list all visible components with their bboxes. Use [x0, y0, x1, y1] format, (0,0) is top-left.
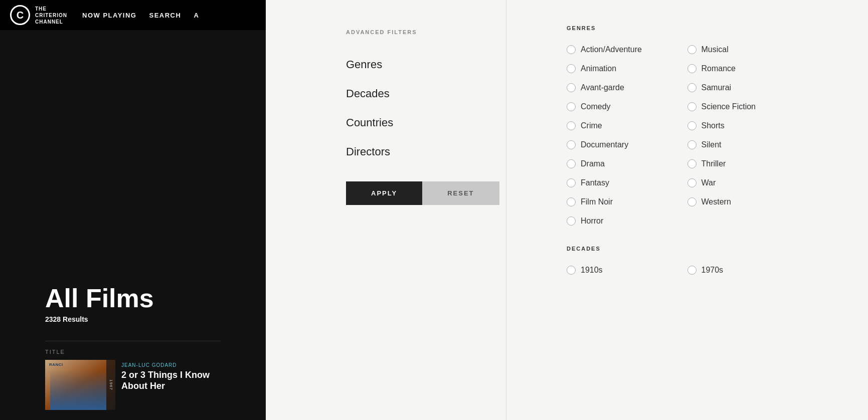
genres-left-column: Action/Adventure Animation Avant-garde	[567, 40, 687, 231]
logo-area[interactable]: C THECRITERIONCHANNEL	[10, 5, 67, 25]
results-label: Results	[63, 315, 88, 323]
filter-overlay: ADVANCED FILTERS Genres Decades Countrie…	[266, 0, 868, 420]
radio-samurai[interactable]	[687, 83, 697, 92]
divider	[45, 341, 221, 341]
radio-drama[interactable]	[567, 159, 576, 168]
genre-label-animation: Animation	[581, 64, 616, 73]
genre-label-romance: Romance	[702, 64, 736, 73]
genre-label-science-fiction: Science Fiction	[702, 102, 756, 111]
radio-1970s[interactable]	[687, 266, 697, 275]
genre-science-fiction[interactable]: Science Fiction	[687, 97, 808, 116]
apply-reset-row: APPLY RESET	[306, 171, 466, 215]
genre-comedy[interactable]: Comedy	[567, 97, 687, 116]
logo-icon: C	[10, 5, 30, 25]
filter-nav-decades[interactable]: Decades	[346, 79, 426, 108]
genres-section-label: GENRES	[567, 25, 808, 31]
filter-right-panel: GENRES Action/Adventure Animation	[506, 0, 868, 420]
radio-shorts[interactable]	[687, 121, 697, 130]
film-thumbnail: RANCI 1967	[45, 360, 115, 410]
genre-label-drama: Drama	[581, 159, 605, 168]
nav-now-playing[interactable]: NOW PLAYING	[82, 12, 136, 19]
radio-animation[interactable]	[567, 64, 576, 73]
genre-romance[interactable]: Romance	[687, 59, 808, 78]
genre-documentary[interactable]: Documentary	[567, 135, 687, 154]
film-director-thumb: RANCI	[49, 362, 63, 367]
radio-silent[interactable]	[687, 140, 697, 149]
radio-musical[interactable]	[687, 45, 697, 54]
genre-film-noir[interactable]: Film Noir	[567, 192, 687, 212]
radio-documentary[interactable]	[567, 140, 576, 149]
genre-label-silent: Silent	[702, 140, 722, 149]
genre-fantasy[interactable]: Fantasy	[567, 173, 687, 192]
radio-science-fiction[interactable]	[687, 102, 697, 111]
radio-1910s[interactable]	[567, 266, 576, 275]
genre-samurai[interactable]: Samurai	[687, 78, 808, 97]
genre-musical[interactable]: Musical	[687, 40, 808, 59]
nav-bar: C THECRITERIONCHANNEL NOW PLAYING SEARCH…	[0, 0, 266, 30]
decades-section-label: DECADES	[567, 246, 808, 252]
decade-1970s[interactable]: 1970s	[687, 261, 808, 280]
decade-label-1970s: 1970s	[702, 266, 724, 275]
radio-romance[interactable]	[687, 64, 697, 73]
page-wrapper: C THECRITERIONCHANNEL NOW PLAYING SEARCH…	[0, 0, 868, 420]
filters-header: ADVANCED FILTERS	[306, 15, 466, 45]
decades-right-col: 1970s	[687, 261, 808, 280]
filter-nav-directors[interactable]: Directors	[346, 137, 426, 166]
radio-crime[interactable]	[567, 121, 576, 130]
genre-silent[interactable]: Silent	[687, 135, 808, 154]
radio-horror[interactable]	[567, 217, 576, 226]
genre-action-adventure[interactable]: Action/Adventure	[567, 40, 687, 59]
film-year: 1967	[109, 379, 113, 390]
nav-links: NOW PLAYING SEARCH A	[82, 11, 199, 20]
genre-shorts[interactable]: Shorts	[687, 116, 808, 135]
nav-search[interactable]: SEARCH	[149, 12, 181, 19]
genre-label-action-adventure: Action/Adventure	[581, 45, 642, 54]
genres-grid: Action/Adventure Animation Avant-garde	[567, 40, 808, 231]
year-badge: 1967	[106, 360, 115, 410]
genre-label-fantasy: Fantasy	[581, 178, 609, 187]
filter-nav-countries[interactable]: Countries	[346, 108, 426, 137]
apply-button[interactable]: APPLY	[346, 181, 422, 205]
decade-1910s[interactable]: 1910s	[567, 261, 687, 280]
genre-label-western: Western	[702, 197, 731, 206]
genre-horror[interactable]: Horror	[567, 212, 687, 231]
genre-label-comedy: Comedy	[581, 102, 611, 111]
genre-avant-garde[interactable]: Avant-garde	[567, 78, 687, 97]
genre-label-avant-garde: Avant-garde	[581, 83, 624, 92]
genre-label-crime: Crime	[581, 121, 602, 130]
film-title: 2 or 3 Things I Know About Her	[121, 370, 221, 391]
app-name: THECRITERIONCHANNEL	[35, 6, 67, 25]
radio-avant-garde[interactable]	[567, 83, 576, 92]
genre-crime[interactable]: Crime	[567, 116, 687, 135]
radio-comedy[interactable]	[567, 102, 576, 111]
genre-animation[interactable]: Animation	[567, 59, 687, 78]
film-director-label: JEAN-LUC GODARD	[121, 362, 221, 368]
page-title: All Films	[45, 285, 221, 311]
radio-thriller[interactable]	[687, 159, 697, 168]
genre-thriller[interactable]: Thriller	[687, 154, 808, 173]
genre-drama[interactable]: Drama	[567, 154, 687, 173]
genre-label-musical: Musical	[702, 45, 729, 54]
genre-war[interactable]: War	[687, 173, 808, 192]
decades-grid: 1910s 1970s	[567, 261, 808, 280]
results-number: 2328	[45, 315, 61, 323]
genre-label-war: War	[702, 178, 716, 187]
genre-label-shorts: Shorts	[702, 121, 725, 130]
genre-label-samurai: Samurai	[702, 83, 732, 92]
nav-account[interactable]: A	[194, 12, 199, 19]
filter-nav-genres[interactable]: Genres	[346, 50, 426, 79]
decades-left-col: 1910s	[567, 261, 687, 280]
hero-content: All Films 2328 Results	[0, 265, 266, 333]
radio-action-adventure[interactable]	[567, 45, 576, 54]
filters-nav: Genres Decades Countries Directors	[306, 45, 466, 171]
filter-left-nav: ADVANCED FILTERS Genres Decades Countrie…	[266, 0, 506, 420]
radio-western[interactable]	[687, 197, 697, 206]
radio-film-noir[interactable]	[567, 197, 576, 206]
left-panel: C THECRITERIONCHANNEL NOW PLAYING SEARCH…	[0, 0, 266, 420]
radio-war[interactable]	[687, 178, 697, 187]
genre-western[interactable]: Western	[687, 192, 808, 212]
genres-panel: GENRES Action/Adventure Animation	[537, 15, 838, 241]
radio-fantasy[interactable]	[567, 178, 576, 187]
decade-label-1910s: 1910s	[581, 266, 603, 275]
reset-button[interactable]: RESET	[422, 181, 499, 205]
